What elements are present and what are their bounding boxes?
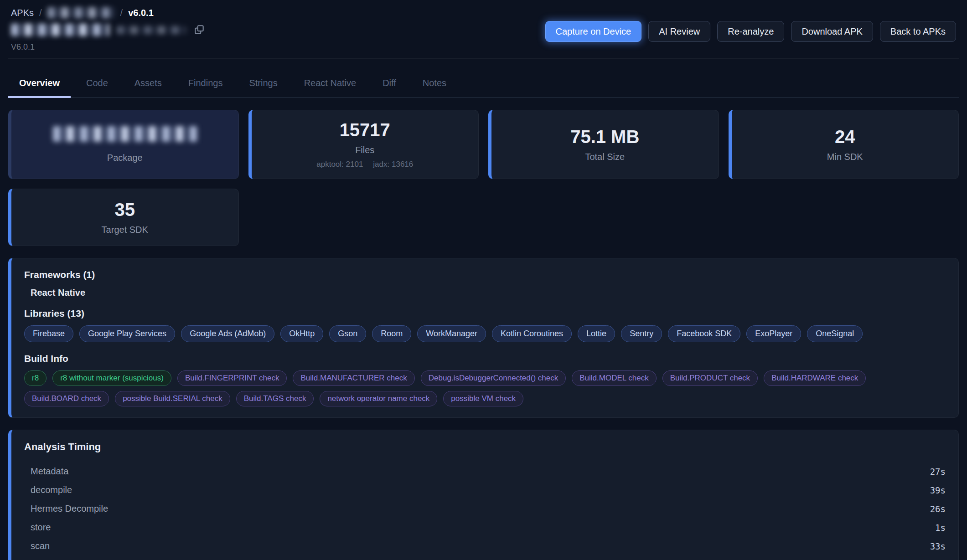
breadcrumb-version: v6.0.1 (128, 8, 154, 18)
library-pill: Google Play Services (79, 325, 175, 342)
build-chip: Build.MODEL check (572, 370, 656, 386)
timing-step-label: Metadata (31, 466, 68, 477)
timing-step-value: 26s (930, 504, 946, 514)
timing-step-label: decompile (31, 485, 72, 495)
library-pill: Sentry (621, 325, 662, 342)
timing-row: Map Tiles 9ms (24, 555, 946, 560)
build-chip: r8 (24, 370, 47, 386)
frameworks-panel: Frameworks (1) React Native Libraries (1… (8, 258, 959, 418)
stat-card-total-size: 75.1 MB Total Size (488, 110, 719, 179)
stat-card-target-sdk: 35 Target SDK (8, 189, 239, 246)
header-action-button[interactable]: Download APK (791, 21, 873, 42)
timing-row: store 1s (24, 518, 946, 537)
build-chip-row: r8 r8 without marker (suspicious) Build.… (24, 370, 946, 406)
tab[interactable]: Overview (8, 72, 71, 98)
redacted-package-id (117, 26, 186, 34)
library-pill: Lottie (578, 325, 615, 342)
copy-icon[interactable] (193, 24, 205, 36)
stat-value: 15717 (340, 120, 390, 140)
timing-panel: Analysis Timing Metadata 27s decompile 3… (8, 430, 959, 560)
stat-label: Min SDK (827, 152, 863, 162)
timing-step-label: store (31, 522, 51, 533)
breadcrumb-apks-link[interactable]: APKs (11, 8, 34, 18)
redacted-package-name (53, 126, 197, 142)
header-left: APKs / / v6.0.1 V6.0.1 (11, 7, 205, 52)
timing-row: scan 33s (24, 537, 946, 555)
framework-item: React Native (31, 288, 946, 298)
build-chip: r8 without marker (suspicious) (52, 370, 171, 386)
timing-step-value: 27s (930, 467, 946, 477)
build-chip: possible VM check (443, 391, 523, 406)
timing-row: decompile 39s (24, 481, 946, 499)
build-chip: network operator name check (320, 391, 437, 406)
version-label: V6.0.1 (11, 42, 205, 52)
build-chip: Build.TAGS check (236, 391, 314, 406)
library-pill: Facebook SDK (668, 325, 740, 342)
stat-label: Files (355, 145, 374, 155)
header-actions: Capture on Device AI Review Re-analyze D… (545, 21, 956, 42)
stat-label: Total Size (585, 152, 625, 162)
build-chip: Debug.isDebuggerConnected() check (421, 370, 566, 386)
apk-analysis-page: APKs / / v6.0.1 V6.0.1 Ca (0, 0, 967, 560)
library-pill: ExoPlayer (746, 325, 801, 342)
libraries-title: Libraries (13) (24, 308, 946, 319)
library-pill: Google Ads (AdMob) (181, 325, 274, 342)
stat-value: 75.1 MB (570, 127, 639, 147)
tab[interactable]: Strings (238, 72, 288, 98)
header: APKs / / v6.0.1 V6.0.1 Ca (8, 0, 959, 59)
stats-grid: Package 15717 Files apktool: 2101 jadx: … (8, 110, 959, 179)
timing-step-value: 1s (935, 523, 946, 533)
tab[interactable]: React Native (293, 72, 367, 98)
stat-card-min-sdk: 24 Min SDK (729, 110, 959, 179)
stat-value: 35 (115, 200, 135, 220)
stat-sub: apktool: 2101 jadx: 13616 (316, 160, 413, 169)
stat-card-files: 15717 Files apktool: 2101 jadx: 13616 (248, 110, 479, 179)
library-pill-row: Firebase Google Play Services Google Ads… (24, 325, 946, 342)
tab-bar: Overview Code Assets Findings Strings Re… (8, 72, 959, 98)
library-pill: Room (372, 325, 411, 342)
library-pill: WorkManager (417, 325, 486, 342)
tab[interactable]: Assets (124, 72, 173, 98)
redacted-app-title (11, 24, 109, 36)
library-pill: Firebase (24, 325, 73, 342)
library-pill: Gson (329, 325, 366, 342)
breadcrumb-separator: / (120, 8, 123, 18)
timing-row: Hermes Decompile 26s (24, 499, 946, 518)
build-chip: Build.PRODUCT check (662, 370, 758, 386)
build-chip: Build.MANUFACTURER check (293, 370, 414, 386)
build-chip: Build.FINGERPRINT check (177, 370, 287, 386)
header-action-button[interactable]: Re-analyze (717, 21, 784, 42)
stat-sub-apktool: apktool: 2101 (316, 160, 363, 169)
breadcrumb-separator: / (39, 8, 42, 18)
stat-label: Target SDK (102, 225, 148, 235)
tab[interactable]: Findings (177, 72, 234, 98)
stat-value: 24 (835, 127, 855, 147)
timing-step-value: 39s (930, 485, 946, 495)
timing-title: Analysis Timing (24, 441, 946, 453)
tab[interactable]: Notes (412, 72, 457, 98)
tab[interactable]: Diff (372, 72, 407, 98)
stats-row-2: 35 Target SDK (8, 189, 239, 246)
stat-card-package: Package (8, 110, 239, 179)
library-pill: Kotlin Coroutines (492, 325, 572, 342)
tab[interactable]: Code (75, 72, 119, 98)
redacted-app-name (47, 7, 115, 18)
library-pill: OneSignal (807, 325, 863, 342)
build-chip: Build.HARDWARE check (764, 370, 866, 386)
timing-step-label: scan (31, 541, 50, 551)
timing-step-value: 33s (930, 541, 946, 551)
breadcrumb: APKs / / v6.0.1 (11, 7, 205, 18)
header-action-button[interactable]: Capture on Device (545, 21, 642, 42)
build-chip: Build.BOARD check (24, 391, 109, 406)
stat-label: Package (107, 153, 143, 163)
framework-list: React Native (31, 288, 946, 298)
timing-row: Metadata 27s (24, 462, 946, 481)
app-title-row (11, 24, 205, 36)
timing-step-label: Hermes Decompile (31, 503, 108, 514)
stat-sub-jadx: jadx: 13616 (373, 160, 413, 169)
header-action-button[interactable]: AI Review (648, 21, 710, 42)
header-action-button[interactable]: Back to APKs (880, 21, 956, 42)
frameworks-title: Frameworks (1) (24, 269, 946, 280)
library-pill: OkHttp (280, 325, 323, 342)
timing-rows: Metadata 27s decompile 39s Hermes Decomp… (24, 462, 946, 560)
